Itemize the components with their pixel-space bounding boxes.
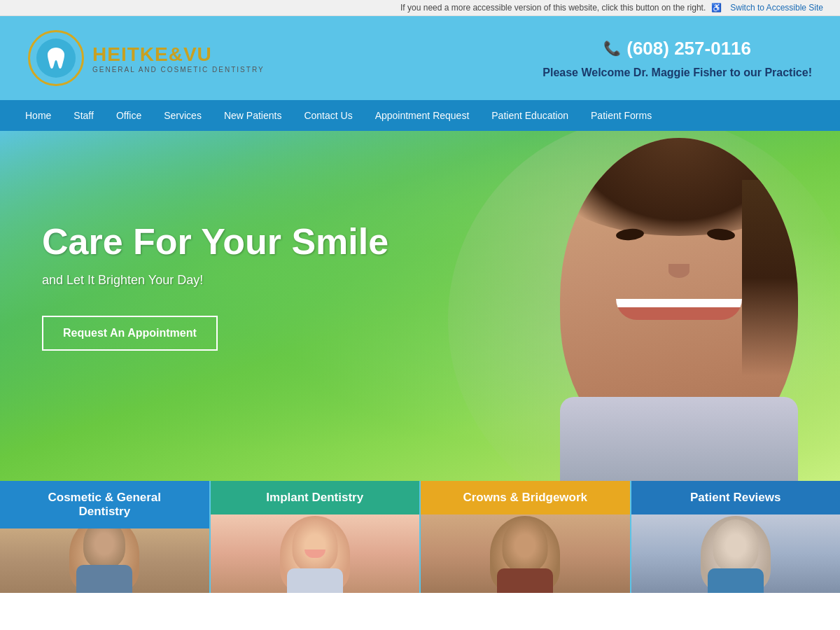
hero-person-area — [448, 131, 840, 481]
logo-title: HEITKE&VU — [92, 43, 265, 66]
nav-staff[interactable]: Staff — [62, 100, 105, 131]
card-crowns-face — [490, 516, 560, 593]
accessible-site-link[interactable]: ♿ Switch to Accessible Site — [711, 3, 829, 13]
card4-face — [713, 519, 758, 572]
card-cosmetic[interactable]: Cosmetic & GeneralDentistry — [0, 481, 209, 593]
cta-button[interactable]: Request An Appointment — [42, 316, 218, 351]
card-implant[interactable]: Implant Dentistry — [211, 481, 420, 593]
nav-patient-education[interactable]: Patient Education — [480, 100, 580, 131]
accessibility-bar: If you need a more accessible version of… — [0, 0, 840, 16]
nav-new-patients[interactable]: New Patients — [213, 100, 293, 131]
logo-text: HEITKE&VU GENERAL AND COSMETIC DENTISTRY — [92, 43, 265, 74]
card1-body — [76, 565, 132, 593]
logo-area: HEITKE&VU GENERAL AND COSMETIC DENTISTRY — [28, 30, 265, 86]
card-implant-face — [280, 516, 350, 593]
accessible-icon: ♿ — [711, 3, 722, 13]
hero-body — [560, 397, 798, 481]
logo-icon — [28, 30, 84, 86]
hero-content: Care For Your Smile and Let It Brighten … — [42, 222, 388, 351]
phone-number[interactable]: 📞 (608) 257-0116 — [542, 38, 812, 59]
card-cosmetic-image — [0, 528, 209, 593]
hero-section: Care For Your Smile and Let It Brighten … — [0, 131, 840, 481]
card-cosmetic-label: Cosmetic & GeneralDentistry — [0, 481, 209, 528]
card-crowns-label: Crowns & Bridgework — [421, 481, 630, 514]
site-header: HEITKE&VU GENERAL AND COSMETIC DENTISTRY… — [0, 16, 840, 100]
card-reviews[interactable]: Patient Reviews — [631, 481, 841, 593]
card-cosmetic-face — [69, 528, 139, 593]
card4-body — [708, 568, 764, 593]
logo-subtitle: GENERAL AND COSMETIC DENTISTRY — [92, 66, 265, 74]
nav-contact-us[interactable]: Contact Us — [293, 100, 363, 131]
hero-smile — [616, 299, 742, 320]
card2-body — [287, 568, 343, 593]
hero-subtitle: and Let It Brighten Your Day! — [42, 273, 388, 288]
nav-services[interactable]: Services — [153, 100, 213, 131]
card2-face — [292, 519, 337, 572]
main-nav: Home Staff Office Services New Patients … — [0, 100, 840, 131]
card3-body — [497, 568, 553, 593]
card-crowns-image — [421, 514, 630, 593]
hero-title: Care For Your Smile — [42, 222, 388, 262]
accessibility-message: If you need a more accessible version of… — [400, 3, 706, 13]
cards-section: Cosmetic & GeneralDentistry Implant Dent… — [0, 481, 840, 593]
nav-appointment-request[interactable]: Appointment Request — [364, 100, 481, 131]
tooth-icon — [42, 44, 70, 72]
card-reviews-label: Patient Reviews — [631, 481, 841, 514]
card-implant-image — [211, 514, 420, 593]
header-right: 📞 (608) 257-0116 Please Welcome Dr. Magg… — [542, 38, 812, 79]
card1-face — [83, 528, 125, 568]
card3-face — [503, 519, 548, 572]
hero-hair-right — [742, 180, 798, 376]
card-reviews-face — [701, 516, 771, 593]
nav-patient-forms[interactable]: Patient Forms — [580, 100, 663, 131]
nav-office[interactable]: Office — [105, 100, 153, 131]
nav-home[interactable]: Home — [14, 100, 62, 131]
hero-nose — [668, 264, 690, 278]
hero-teeth — [616, 299, 742, 307]
card-implant-label: Implant Dentistry — [211, 481, 420, 514]
card-crowns[interactable]: Crowns & Bridgework — [421, 481, 630, 593]
welcome-text: Please Welcome Dr. Maggie Fisher to our … — [542, 66, 812, 79]
phone-icon: 📞 — [603, 40, 621, 57]
card-reviews-image — [631, 514, 841, 593]
logo-icon-inner — [36, 38, 76, 78]
